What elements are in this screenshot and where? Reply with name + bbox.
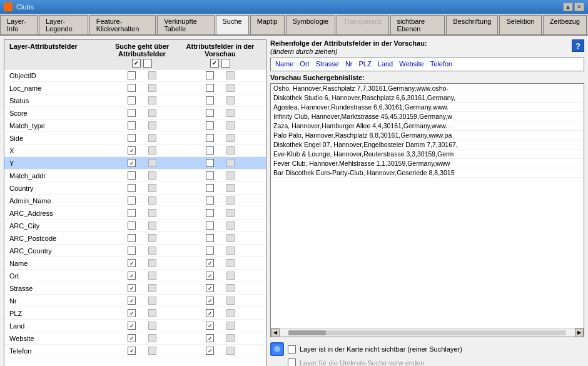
preview-checkbox[interactable] bbox=[206, 272, 214, 280]
tab-zeitbezug[interactable]: Zeitbezug bbox=[543, 15, 587, 34]
search-checkbox[interactable] bbox=[128, 234, 136, 242]
search-check-all-button[interactable] bbox=[132, 59, 141, 68]
search-checkbox[interactable] bbox=[128, 247, 136, 255]
attr-row[interactable]: ARC_Country bbox=[4, 245, 266, 257]
search-checkbox[interactable] bbox=[128, 347, 136, 355]
attr-row[interactable]: PLZ bbox=[4, 307, 266, 320]
tab-layer-legende[interactable]: Layer-Legende bbox=[39, 15, 88, 34]
search-checkbox[interactable] bbox=[128, 221, 136, 230]
attr-row[interactable]: ARC_City bbox=[4, 220, 266, 232]
attr-row[interactable]: Strasse bbox=[4, 282, 266, 295]
search-checkbox[interactable] bbox=[128, 84, 136, 92]
field-chip[interactable]: Land bbox=[377, 60, 394, 69]
search-checkbox[interactable] bbox=[128, 96, 136, 104]
search-checkbox[interactable] bbox=[128, 159, 136, 167]
search-checkbox[interactable] bbox=[128, 309, 136, 317]
preview-checkbox[interactable] bbox=[206, 109, 214, 117]
preview-checkbox[interactable] bbox=[206, 121, 214, 130]
tab-transparenz[interactable]: Transparenz bbox=[337, 15, 388, 34]
attr-row[interactable]: Website bbox=[4, 332, 266, 345]
search-checkbox[interactable] bbox=[128, 209, 136, 217]
search-checkbox[interactable] bbox=[128, 121, 136, 130]
search-checkbox[interactable] bbox=[128, 322, 136, 330]
tab-maptip[interactable]: Maptip bbox=[250, 15, 285, 34]
field-chip[interactable]: Strasse bbox=[315, 60, 340, 69]
field-chip[interactable]: Nr bbox=[344, 60, 354, 69]
preview-checkbox[interactable] bbox=[206, 297, 214, 305]
attr-row[interactable]: Land bbox=[4, 320, 266, 332]
attr-row[interactable]: Score bbox=[4, 107, 266, 119]
search-checkbox[interactable] bbox=[128, 134, 136, 142]
attr-row[interactable]: Nr bbox=[4, 295, 266, 307]
preview-checkbox[interactable] bbox=[206, 159, 214, 167]
attr-row[interactable]: ObjectID bbox=[4, 69, 266, 82]
attr-row[interactable]: Status bbox=[4, 94, 266, 107]
attr-row[interactable]: Loc_name bbox=[4, 82, 266, 94]
field-chip[interactable]: Telefon bbox=[429, 60, 454, 69]
search-checkbox[interactable] bbox=[128, 171, 136, 180]
preview-checkbox[interactable] bbox=[206, 171, 214, 180]
search-checkbox[interactable] bbox=[128, 284, 136, 292]
field-chip[interactable]: PLZ bbox=[358, 60, 373, 69]
preview-checkbox[interactable] bbox=[206, 134, 214, 142]
field-chip[interactable]: Website bbox=[398, 60, 425, 69]
preview-checkbox[interactable] bbox=[206, 146, 214, 155]
preview-checkbox[interactable] bbox=[206, 96, 214, 104]
minimize-button[interactable]: ▲ bbox=[563, 3, 573, 11]
attr-row[interactable]: Y bbox=[4, 157, 266, 170]
preview-checkbox[interactable] bbox=[206, 221, 214, 230]
tab-sichtbare-ebenen[interactable]: sichtbare Ebenen bbox=[390, 15, 445, 34]
close-button[interactable]: ✕ bbox=[574, 3, 584, 11]
tab-symbologie[interactable]: Symbologie bbox=[286, 15, 335, 34]
attr-row[interactable]: Match_addr bbox=[4, 170, 266, 182]
search-checkbox[interactable] bbox=[128, 109, 136, 117]
attr-row[interactable]: X bbox=[4, 145, 266, 157]
preview-checkbox[interactable] bbox=[206, 84, 214, 92]
preview-checkbox[interactable] bbox=[206, 259, 214, 267]
attr-row[interactable]: Admin_Name bbox=[4, 195, 266, 207]
search-checkbox[interactable] bbox=[128, 146, 136, 155]
preview-checkbox[interactable] bbox=[206, 71, 214, 79]
attr-row[interactable]: Ort bbox=[4, 270, 266, 282]
preview-checkbox[interactable] bbox=[206, 347, 214, 355]
scroll-right-button[interactable]: ▶ bbox=[575, 328, 584, 337]
preview-checkbox[interactable] bbox=[206, 334, 214, 342]
tab-selektion[interactable]: Selektion bbox=[499, 15, 541, 34]
search-checkbox[interactable] bbox=[128, 196, 136, 205]
help-button[interactable]: ? bbox=[572, 39, 584, 52]
scroll-left-button[interactable]: ◀ bbox=[271, 328, 280, 337]
field-chip[interactable]: Ort bbox=[298, 60, 310, 69]
attr-row[interactable]: Match_type bbox=[4, 119, 266, 132]
search-uncheck-all-button[interactable] bbox=[143, 59, 152, 68]
preview-checkbox[interactable] bbox=[206, 309, 214, 317]
preview-check-all-button[interactable] bbox=[210, 59, 219, 68]
preview-checkbox[interactable] bbox=[206, 184, 214, 192]
search-checkbox[interactable] bbox=[128, 272, 136, 280]
tab-beschriftung[interactable]: Beschriftung bbox=[446, 15, 498, 34]
attr-row[interactable]: ARC_Address bbox=[4, 207, 266, 220]
tab-feature-klick[interactable]: Feature-Klickverhalten bbox=[89, 15, 156, 34]
attr-row[interactable]: ARC_Postcode bbox=[4, 232, 266, 245]
tab-layer-info[interactable]: Layer-Info bbox=[0, 15, 38, 34]
search-checkbox[interactable] bbox=[128, 184, 136, 192]
horizontal-scrollbar[interactable]: ◀ ▶ bbox=[271, 328, 584, 337]
attr-row[interactable]: Country bbox=[4, 182, 266, 195]
layer-not-visible-checkbox[interactable] bbox=[288, 345, 296, 353]
search-checkbox[interactable] bbox=[128, 334, 136, 342]
search-checkbox[interactable] bbox=[128, 71, 136, 79]
attr-row[interactable]: Side bbox=[4, 132, 266, 145]
attr-row[interactable]: Telefon bbox=[4, 345, 266, 357]
preview-checkbox[interactable] bbox=[206, 284, 214, 292]
preview-checkbox[interactable] bbox=[206, 196, 214, 205]
preview-checkbox[interactable] bbox=[206, 322, 214, 330]
preview-checkbox[interactable] bbox=[206, 209, 214, 217]
preview-uncheck-all-button[interactable] bbox=[221, 59, 230, 68]
tab-suche[interactable]: Suche bbox=[216, 15, 249, 34]
preview-checkbox[interactable] bbox=[206, 247, 214, 255]
umkreis-checkbox[interactable] bbox=[288, 358, 296, 366]
field-chip[interactable]: Name bbox=[274, 60, 295, 69]
attr-row[interactable]: Name bbox=[4, 257, 266, 270]
scroll-thumb[interactable] bbox=[288, 330, 326, 335]
search-checkbox[interactable] bbox=[128, 259, 136, 267]
preview-checkbox[interactable] bbox=[206, 234, 214, 242]
